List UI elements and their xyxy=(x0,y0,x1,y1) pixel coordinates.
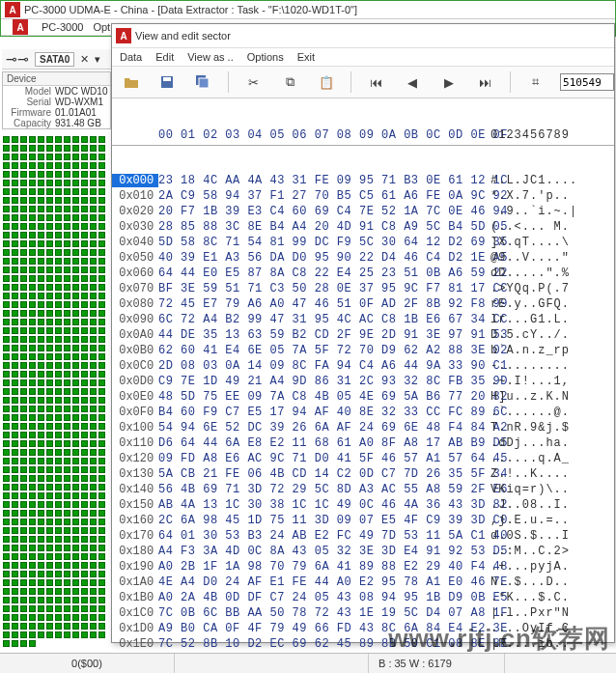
child-menu-options[interactable]: Options xyxy=(247,51,284,63)
child-menu-edit[interactable]: Edit xyxy=(155,51,174,63)
hex-ascii[interactable]: ,j.E.u.=.. xyxy=(490,514,606,527)
hex-ascii[interactable]: .dDj...ha. xyxy=(490,436,606,450)
hex-row[interactable]: 0x0D0C9 7E 1D 49 21 A4 9D 86 31 2C 93 32… xyxy=(112,374,614,389)
child-menu-viewas[interactable]: View as .. xyxy=(187,51,234,63)
hex-ascii[interactable]: .*K...$.C. xyxy=(490,591,606,604)
hex-bytes[interactable]: 5A CB 21 FE 06 4B CD 14 C2 0D C7 7D 26 3… xyxy=(158,467,490,481)
hex-bytes[interactable]: 7C 0B 6C BB AA 50 78 72 43 1E 19 5C D4 0… xyxy=(158,606,490,620)
menu-item-pc3000[interactable]: PC-3000 xyxy=(42,21,83,33)
hex-row[interactable]: 0x12009 FD A8 E6 AC 9C 71 D0 41 5F 46 57… xyxy=(112,451,614,466)
hex-bytes[interactable]: 20 F7 1B 39 E3 C4 60 69 C4 7E 52 1A 7C 0… xyxy=(158,205,490,218)
hex-ascii[interactable]: Z.!..K.... xyxy=(490,467,606,481)
hex-ascii[interactable]: |R....ib.. xyxy=(490,637,606,651)
hex-ascii[interactable]: ....OyIf.C xyxy=(490,622,606,635)
hex-ascii[interactable]: ......q.A_ xyxy=(490,452,606,465)
hex-row[interactable]: 0x0906C 72 A4 B2 99 47 31 95 4C AC C8 1B… xyxy=(112,312,614,327)
hex-bytes[interactable]: A4 F3 3A 4D 0C 8A 43 05 32 3E 3D E4 91 9… xyxy=(158,545,490,558)
hex-ascii[interactable]: -......... xyxy=(490,359,606,373)
hex-ascii[interactable]: *.X.7.'p.. xyxy=(490,189,606,203)
hex-bytes[interactable]: 2A C9 58 94 37 F1 27 70 B5 C5 61 A6 FE 0… xyxy=(158,189,490,203)
hex-bytes[interactable]: B4 60 F9 C7 E5 17 94 AF 40 8E 32 33 CC F… xyxy=(158,406,490,419)
hex-row[interactable]: 0x180A4 F3 3A 4D 0C 8A 43 05 32 3E 3D E4… xyxy=(112,544,614,559)
hex-row[interactable]: 0x08072 45 E7 79 A6 A0 47 46 51 0F AD 2F… xyxy=(112,296,614,312)
hex-ascii[interactable]: .~.I!...1, xyxy=(490,375,606,388)
hex-bytes[interactable]: 72 45 E7 79 A6 A0 47 46 51 0F AD 2F 8B 9… xyxy=(158,297,490,311)
child-menu-exit[interactable]: Exit xyxy=(297,51,315,63)
hex-ascii[interactable]: .+...pyjA. xyxy=(490,560,606,574)
hex-row[interactable]: 0x0C02D 08 03 0A 14 09 8C FA 94 C4 A6 44… xyxy=(112,358,614,374)
hex-bytes[interactable]: 2C 6A 98 45 1D 75 11 3D 09 07 E5 4F C9 3… xyxy=(158,514,490,527)
prev-icon[interactable]: ◀ xyxy=(402,70,424,94)
hex-ascii[interactable]: rE.y..GFQ. xyxy=(490,297,606,311)
hex-ascii[interactable]: H]u..z.K.N xyxy=(490,390,606,404)
hex-row[interactable]: 0x05040 39 E1 A3 56 DA D0 95 90 22 D4 46… xyxy=(112,250,614,266)
hex-row[interactable]: 0x03028 85 88 3C 8E B4 A4 20 4D 91 C8 A9… xyxy=(112,219,614,235)
hex-row[interactable]: 0x0405D 58 8C 71 54 81 99 DC F9 5C 30 64… xyxy=(112,235,614,250)
hex-bytes[interactable]: 48 5D 75 EE 09 7A C8 4B 05 4E 69 5A B6 7… xyxy=(158,390,490,404)
hex-bytes[interactable]: 44 DE 35 13 63 59 B2 CD 2F 9E 2D 91 3E 9… xyxy=(158,328,490,342)
hex-row[interactable]: 0x1305A CB 21 FE 06 4B CD 14 C2 0D C7 7D… xyxy=(112,466,614,482)
hex-ascii[interactable]: @9..V...." xyxy=(490,251,606,265)
sata-tab[interactable]: SATA0 xyxy=(35,52,74,67)
child-menu-data[interactable]: Data xyxy=(120,51,142,63)
hex-row[interactable]: 0x14056 4B 69 71 3D 72 29 5C 8D A3 AC 55… xyxy=(112,482,614,497)
hex-ascii[interactable]: T.nR.9&j.$ xyxy=(490,421,606,435)
hex-bytes[interactable]: A9 B0 CA 0F 4F 79 49 66 FD 43 8C 6A 84 E… xyxy=(158,622,490,635)
cut-icon[interactable]: ✂ xyxy=(242,70,265,94)
settings-dropdown-icon[interactable]: ▾ xyxy=(95,53,100,66)
hex-row[interactable]: 0x1D0A9 B0 CA 0F 4F 79 49 66 FD 43 8C 6A… xyxy=(112,621,614,636)
grid-icon[interactable]: ⌗ xyxy=(524,70,546,94)
hex-bytes[interactable]: 5D 58 8C 71 54 81 99 DC F9 5C 30 64 12 D… xyxy=(158,236,490,249)
hex-ascii[interactable]: dD.....".% xyxy=(490,266,606,280)
hex-row[interactable]: 0x1602C 6A 98 45 1D 75 11 3D 09 07 E5 4F… xyxy=(112,513,614,528)
hex-bytes[interactable]: 09 FD A8 E6 AC 9C 71 D0 41 5F 46 57 A1 5… xyxy=(158,452,490,465)
hex-ascii[interactable]: |.l..Pxr"N xyxy=(490,606,606,620)
hex-ascii[interactable]: N..$...D.. xyxy=(490,575,606,589)
hex-ascii[interactable]: D.5.cY../. xyxy=(490,328,606,342)
hex-row[interactable]: 0x00023 18 4C AA 4A 43 31 FE 09 95 71 B3… xyxy=(112,173,614,188)
hex-bytes[interactable]: 2D 08 03 0A 14 09 8C FA 94 C4 A6 44 9A 3… xyxy=(158,359,490,373)
hex-row[interactable]: 0x0E048 5D 75 EE 09 7A C8 4B 05 4E 69 5A… xyxy=(112,389,614,405)
hex-row[interactable]: 0x17064 01 30 53 B3 24 AB E2 FC 49 7D 53… xyxy=(112,528,614,544)
hex-bytes[interactable]: 23 18 4C AA 4A 43 31 FE 09 95 71 B3 0E 6… xyxy=(158,174,490,187)
hex-bytes[interactable]: 62 60 41 E4 6E 05 7A 5F 72 70 D9 62 A2 8… xyxy=(158,344,490,357)
hex-bytes[interactable]: C9 7E 1D 49 21 A4 9D 86 31 2C 93 32 8C F… xyxy=(158,375,490,388)
hex-bytes[interactable]: 28 85 88 3C 8E B4 A4 20 4D 91 C8 A9 5C B… xyxy=(158,220,490,234)
next-icon[interactable]: ▶ xyxy=(437,70,460,94)
hex-row[interactable]: 0x0102A C9 58 94 37 F1 27 70 B5 C5 61 A6… xyxy=(112,188,614,204)
hex-row[interactable]: 0x06064 44 E0 E5 87 8A C8 22 E4 25 23 51… xyxy=(112,266,614,281)
hex-bytes[interactable]: 6C 72 A4 B2 99 47 31 95 4C AC C8 1B E6 6… xyxy=(158,313,490,326)
hex-ascii[interactable]: (..<... M. xyxy=(490,220,606,234)
hex-bytes[interactable]: 54 94 6E 52 DC 39 26 6A AF 24 69 6E 48 F… xyxy=(158,421,490,435)
hex-bytes[interactable]: 64 44 E0 E5 87 8A C8 22 E4 25 23 51 0B A… xyxy=(158,266,490,280)
hex-ascii[interactable]: VKiq=r)\.. xyxy=(490,483,606,496)
hex-row[interactable]: 0x070BF 3E 59 51 71 C3 50 28 0E 37 95 9C… xyxy=(112,281,614,296)
hex-row[interactable]: 0x1B0A0 2A 4B 0D DF C7 24 05 43 08 94 95… xyxy=(112,590,614,605)
hex-ascii[interactable]: ]X.qT....\ xyxy=(490,236,606,249)
hex-bytes[interactable]: 40 39 E1 A3 56 DA D0 95 90 22 D4 46 C4 D… xyxy=(158,251,490,265)
hex-row[interactable]: 0x0B062 60 41 E4 6E 05 7A 5F 72 70 D9 62… xyxy=(112,343,614,358)
hex-ascii[interactable]: ..:M..C.2> xyxy=(490,545,606,558)
hex-row[interactable]: 0x1A04E A4 D0 24 AF E1 FE 44 A0 E2 95 78… xyxy=(112,575,614,590)
hex-bytes[interactable]: 56 4B 69 71 3D 72 29 5C 8D A3 AC 55 A8 5… xyxy=(158,483,490,496)
hex-row[interactable]: 0x10054 94 6E 52 DC 39 26 6A AF 24 69 6E… xyxy=(112,420,614,435)
hex-bytes[interactable]: BF 3E 59 51 71 C3 50 28 0E 37 95 9C F7 8… xyxy=(158,282,490,295)
hex-ascii[interactable]: .>YQq.P(.7 xyxy=(490,282,606,295)
save-icon[interactable] xyxy=(155,70,178,94)
hex-view[interactable]: 00 01 02 03 04 05 06 07 08 09 0A 0B 0C 0… xyxy=(112,98,614,673)
hex-bytes[interactable]: D6 64 44 6A E8 E2 11 68 61 A0 8F A8 17 A… xyxy=(158,436,490,450)
hex-row[interactable]: 0x1E07C 52 8B 10 D2 EC 69 62 45 89 8B 50… xyxy=(112,636,614,652)
hex-row[interactable]: 0x0F0B4 60 F9 C7 E5 17 94 AF 40 8E 32 33… xyxy=(112,405,614,420)
hex-bytes[interactable]: 4E A4 D0 24 AF E1 FE 44 A0 E2 95 78 A1 E… xyxy=(158,575,490,589)
hex-ascii[interactable]: d.0S.$...I xyxy=(490,529,606,543)
hex-ascii[interactable]: .J..08..I. xyxy=(490,498,606,512)
hex-bytes[interactable]: A0 2A 4B 0D DF C7 24 05 43 08 94 95 1B D… xyxy=(158,591,490,604)
hex-row[interactable]: 0x190A0 2B 1F 1A 98 70 79 6A 41 89 88 E2… xyxy=(112,559,614,575)
open-icon[interactable] xyxy=(120,70,142,94)
hex-ascii[interactable]: #.L.JC1.... xyxy=(490,174,606,187)
paste-icon[interactable]: 📋 xyxy=(315,70,337,94)
hex-ascii[interactable]: .`......@. xyxy=(490,406,606,419)
copy-icon[interactable]: ⧉ xyxy=(278,70,300,94)
save-all-icon[interactable] xyxy=(192,70,214,94)
goto-input[interactable] xyxy=(560,73,614,91)
